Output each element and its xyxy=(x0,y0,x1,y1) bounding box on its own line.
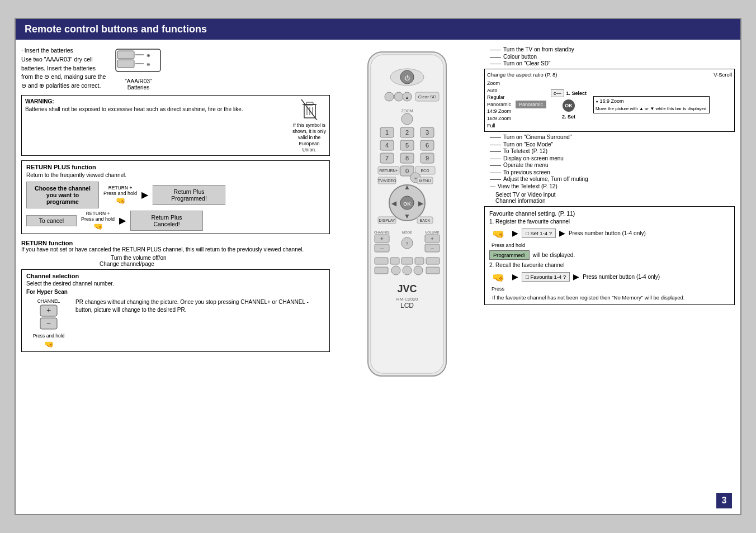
annotation-prev-screen: —— To previous screen xyxy=(490,169,735,175)
svg-text:▲: ▲ xyxy=(405,96,409,99)
battery-line2: Use two "AAA/R03" dry cell xyxy=(21,56,93,63)
hyper-left: CHANNEL + – Press and hold 🤜 xyxy=(26,298,71,349)
center-column: ⏻ ▲ Clear SD ZOOM 1 xyxy=(334,46,480,509)
svg-rect-94 xyxy=(426,267,440,274)
favourite-box: Favourite channel setting. (P. 11) 1. Re… xyxy=(484,206,735,305)
select-tv-label: Select TV or Video input xyxy=(495,192,735,198)
svg-text:Clear SD: Clear SD xyxy=(418,94,437,99)
return-plus-inner: Choose the channel you want to programme… xyxy=(26,182,325,231)
set-label-box: □ Set 1-4 ? xyxy=(522,229,556,238)
svg-point-30 xyxy=(401,113,413,125)
aspect-ratio-inner: Zoom Auto Regular Panoramic 14:9 Zoom 16… xyxy=(487,80,732,129)
svg-text:–: – xyxy=(380,245,384,251)
battery-label: "AAA/R03" Batteries xyxy=(110,78,166,91)
right-column: —— Turn the TV on from standby —— Colour… xyxy=(480,46,735,509)
result-box-2: Return Plus Canceled! xyxy=(130,211,203,231)
prev-screen-text: To previous screen xyxy=(503,169,550,175)
select-row: c— 1. Select xyxy=(551,89,587,97)
svg-text:LCD: LCD xyxy=(400,302,414,310)
svg-point-92 xyxy=(403,266,412,275)
svg-text:▶: ▶ xyxy=(418,199,424,207)
svg-rect-90 xyxy=(375,267,388,274)
aspect-ratio-header: Change the aspect ratio (P. 8) V-Scroll xyxy=(487,72,732,78)
press-hold-label1: Press and hold xyxy=(103,191,137,196)
press-hold-fav: Press and hold xyxy=(492,242,730,248)
svg-text:2: 2 xyxy=(405,129,409,136)
svg-text:RETURN+: RETURN+ xyxy=(379,169,398,173)
svg-rect-87 xyxy=(401,258,413,264)
battery-line3: batteries. Insert the batteries xyxy=(21,65,96,72)
hand-icon-channel: 🤜 xyxy=(26,340,71,349)
svg-text:7: 7 xyxy=(385,155,389,161)
bottom-annotations: Select TV or Video input Channel informa… xyxy=(484,192,735,204)
svg-text:◀: ◀ xyxy=(391,199,397,207)
svg-text:MODE: MODE xyxy=(402,231,412,234)
annotation-teletext2: — View the Teletext (P. 12) xyxy=(490,183,735,189)
cancel-press-area: RETURN + Press and hold 🤜 xyxy=(81,211,115,231)
return-function-desc: If you have not set or have canceled the… xyxy=(21,246,330,253)
hand-icon-1: 🤜 xyxy=(116,196,125,205)
svg-text:?: ? xyxy=(406,242,408,246)
svg-text:9: 9 xyxy=(426,155,429,161)
full-item: Full xyxy=(487,122,511,130)
svg-text:+: + xyxy=(380,236,384,242)
channel-sel-desc: Select the desired channel number. For H… xyxy=(26,279,325,296)
zoom-item: Zoom xyxy=(487,80,511,87)
aspect-ratio-title: Change the aspect ratio (P. 8) xyxy=(487,72,557,78)
annotation-operate: —— Operate the menu xyxy=(490,162,735,168)
annotation-volume: —— Adjust the volume, Turn off muting xyxy=(490,176,735,182)
choose-channel-text: Choose the channel you want to programme xyxy=(26,182,99,208)
return-plus-press-area: RETURN + Press and hold 🤜 xyxy=(103,185,137,205)
arrow-fav2: ▶ xyxy=(512,272,518,281)
svg-text:OK: OK xyxy=(403,201,411,207)
volume-channel-labels: Turn the volume off/on Change channel/pa… xyxy=(21,255,330,267)
press-hold-channel: Press and hold xyxy=(26,333,71,339)
annotation-menu: —— Display on-screen menu xyxy=(490,155,735,161)
return-plus-desc: Return to the frequently viewed channel. xyxy=(26,172,325,178)
battery-section: · Insert the batteries Use two "AAA/R03"… xyxy=(21,46,330,91)
svg-text:≡: ≡ xyxy=(414,177,417,180)
annotation-clearsd: —— Turn on "Clear SD" xyxy=(490,60,735,66)
svg-text:4: 4 xyxy=(385,142,389,149)
return-function-section: RETURN function If you have not set or h… xyxy=(21,237,330,255)
press-fav: Press xyxy=(492,286,730,292)
annotation-cinema: —— Turn on "Cinema Surround" xyxy=(490,134,735,140)
will-display-text: will be displayed. xyxy=(533,252,575,258)
svg-point-24 xyxy=(394,92,403,101)
colour-text: Colour button xyxy=(503,54,537,60)
standby-text: Turn the TV on from standby xyxy=(503,46,574,53)
zoom-list: Zoom Auto Regular Panoramic 14:9 Zoom 16… xyxy=(487,80,511,129)
press-number-text: Press number button (1-4 only) xyxy=(569,230,646,236)
choose-channel-box: Choose the channel you want to programme xyxy=(26,182,99,208)
svg-text:⊖: ⊖ xyxy=(147,62,150,67)
svg-text:1: 1 xyxy=(385,129,389,136)
left-column: · Insert the batteries Use two "AAA/R03"… xyxy=(21,46,334,509)
annotation-eco: —— Turn on "Eco Mode" xyxy=(490,141,735,147)
warning-text: WARNING: Batteries shall not be exposed … xyxy=(25,98,288,153)
volume-annot-text: Adjust the volume, Turn off muting xyxy=(503,176,588,182)
vscroll-label: V-Scroll xyxy=(714,72,732,78)
svg-text:RM-C2020: RM-C2020 xyxy=(396,297,418,302)
hand-fav2: 🤜 xyxy=(489,270,509,284)
battery-line4: from the ⊖ end, making sure the xyxy=(21,73,106,80)
fav-register-title: 1. Register the favourite channel xyxy=(489,218,730,225)
arrow-fav2b: ▶ xyxy=(573,272,579,281)
svg-point-91 xyxy=(391,266,400,275)
channel-buttons-svg: + – xyxy=(32,304,65,332)
fav-label-box: □ Favourite 1-4 ? xyxy=(522,272,570,282)
cinema-text: Turn on "Cinema Surround" xyxy=(503,134,571,140)
svg-text:CHANNEL: CHANNEL xyxy=(374,231,390,234)
programme-row: Choose the channel you want to programme… xyxy=(26,182,325,208)
channel-title: Channel selection xyxy=(26,273,325,279)
svg-text:–: – xyxy=(47,320,51,327)
warning-title: WARNING: xyxy=(25,98,54,104)
svg-text:–: – xyxy=(431,245,434,251)
channel-section: Channel selection Select the desired cha… xyxy=(21,269,330,352)
channel-desc: Select the desired channel number. xyxy=(26,280,114,287)
right-annotations-mid: —— Turn on "Cinema Surround" —— Turn on … xyxy=(484,134,735,189)
page: Remote control buttons and functions · I… xyxy=(15,18,741,515)
operate-text: Operate the menu xyxy=(503,162,549,168)
right-annotations-top: —— Turn the TV on from standby —— Colour… xyxy=(484,46,735,66)
p169-item: 16:9 Zoom xyxy=(487,115,511,122)
channel-label: Change channel/page xyxy=(21,261,330,267)
